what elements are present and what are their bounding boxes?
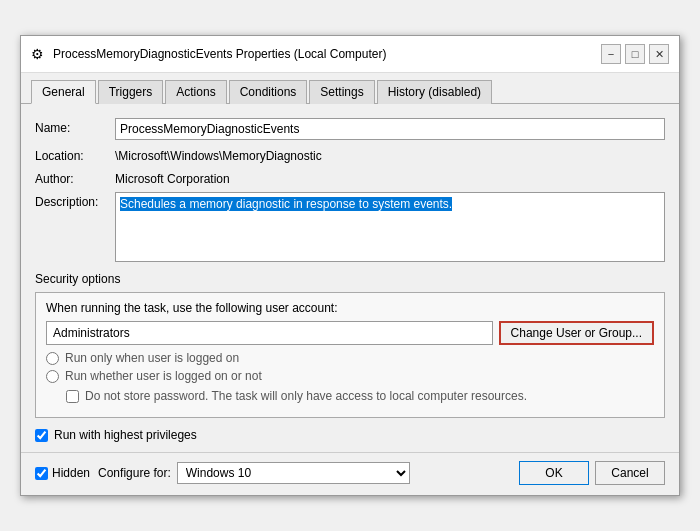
no-store-password-label: Do not store password. The task will onl… [85, 389, 527, 403]
radio-not-logged-on-label: Run whether user is logged on or not [65, 369, 262, 383]
dialog-title: ProcessMemoryDiagnosticEvents Properties… [53, 47, 386, 61]
user-row: Administrators Change User or Group... [46, 321, 654, 345]
security-box: When running the task, use the following… [35, 292, 665, 418]
tab-triggers[interactable]: Triggers [98, 80, 164, 104]
radio-logged-on-input[interactable] [46, 352, 59, 365]
dialog-footer: Hidden Configure for: Windows 10Windows … [21, 452, 679, 495]
configure-label: Configure for: [98, 466, 171, 480]
close-button[interactable]: ✕ [649, 44, 669, 64]
configure-select[interactable]: Windows 10Windows 7, Windows Server 2008… [177, 462, 410, 484]
user-value: Administrators [53, 326, 130, 340]
title-bar: ⚙ ProcessMemoryDiagnosticEvents Properti… [21, 36, 679, 73]
tab-content: Name: Location: \Microsoft\Windows\Memor… [21, 104, 679, 452]
no-store-password-checkbox[interactable] [66, 390, 79, 403]
account-label: When running the task, use the following… [46, 301, 654, 315]
name-input[interactable] [115, 118, 665, 140]
tab-conditions[interactable]: Conditions [229, 80, 308, 104]
author-label: Author: [35, 169, 115, 186]
author-row: Author: Microsoft Corporation [35, 169, 665, 186]
description-row: Description: Schedules a memory diagnost… [35, 192, 665, 262]
privileges-label: Run with highest privileges [54, 428, 197, 442]
dialog-window: ⚙ ProcessMemoryDiagnosticEvents Properti… [20, 35, 680, 496]
maximize-button[interactable]: □ [625, 44, 645, 64]
radio-not-logged-on[interactable]: Run whether user is logged on or not [46, 369, 654, 383]
location-value: \Microsoft\Windows\MemoryDiagnostic [115, 146, 665, 163]
radio-not-logged-on-input[interactable] [46, 370, 59, 383]
tab-actions[interactable]: Actions [165, 80, 226, 104]
name-row: Name: [35, 118, 665, 140]
title-bar-left: ⚙ ProcessMemoryDiagnosticEvents Properti… [31, 46, 386, 62]
hidden-checkbox-row[interactable]: Hidden [35, 466, 90, 480]
description-label: Description: [35, 192, 115, 209]
window-controls: − □ ✕ [601, 44, 669, 64]
footer-buttons: OK Cancel [519, 461, 665, 485]
change-user-button[interactable]: Change User or Group... [499, 321, 654, 345]
location-label: Location: [35, 146, 115, 163]
privileges-checkbox[interactable] [35, 429, 48, 442]
app-icon: ⚙ [31, 46, 47, 62]
description-text: Schedules a memory diagnostic in respons… [120, 197, 452, 211]
footer-left: Hidden Configure for: Windows 10Windows … [35, 462, 509, 484]
privileges-row: Run with highest privileges [35, 428, 665, 442]
cancel-button[interactable]: Cancel [595, 461, 665, 485]
configure-row: Configure for: Windows 10Windows 7, Wind… [98, 462, 410, 484]
user-field: Administrators [46, 321, 493, 345]
no-store-password-checkbox-row[interactable]: Do not store password. The task will onl… [66, 389, 654, 403]
tab-history[interactable]: History (disabled) [377, 80, 492, 104]
tab-general[interactable]: General [31, 80, 96, 104]
tab-settings[interactable]: Settings [309, 80, 374, 104]
tab-bar: General Triggers Actions Conditions Sett… [21, 73, 679, 104]
radio-logged-on-label: Run only when user is logged on [65, 351, 239, 365]
description-box[interactable]: Schedules a memory diagnostic in respons… [115, 192, 665, 262]
security-section-header: Security options [35, 272, 665, 286]
name-label: Name: [35, 118, 115, 135]
author-value: Microsoft Corporation [115, 169, 665, 186]
location-row: Location: \Microsoft\Windows\MemoryDiagn… [35, 146, 665, 163]
hidden-checkbox[interactable] [35, 467, 48, 480]
hidden-label: Hidden [52, 466, 90, 480]
minimize-button[interactable]: − [601, 44, 621, 64]
radio-logged-on[interactable]: Run only when user is logged on [46, 351, 654, 365]
radio-group: Run only when user is logged on Run whet… [46, 351, 654, 403]
ok-button[interactable]: OK [519, 461, 589, 485]
